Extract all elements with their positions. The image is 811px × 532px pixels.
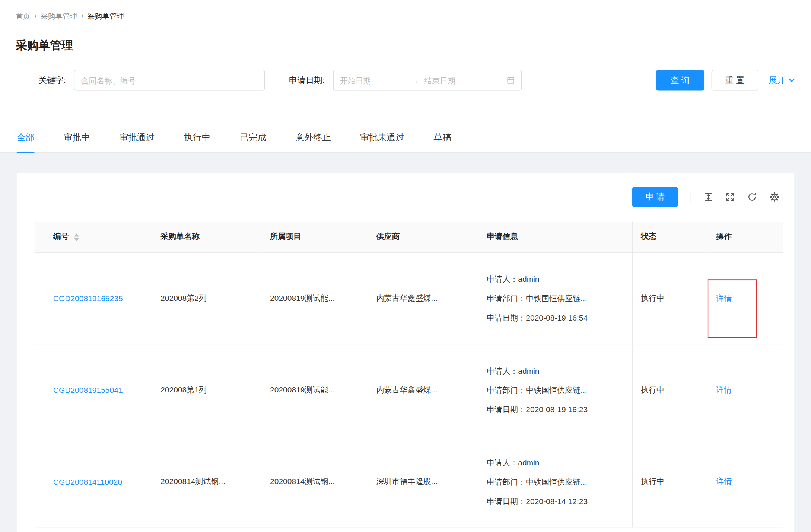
calendar-icon [506,76,515,84]
start-date-input[interactable] [340,76,406,85]
name-cell: 202008第1列 [152,344,262,436]
order-code-link[interactable]: CGD200819165235 [53,294,123,303]
department-line: 申请部门：中铁国恒供应链... [487,380,623,400]
table-toolbar: 申 请 [17,173,794,222]
project-name: 20200819测试能... [270,385,335,394]
apply-date-line: 申请日期：2020-08-19 16:54 [487,308,623,327]
keyword-label: 关键字: [39,75,66,86]
table-card: 申 请 [17,173,794,532]
status-text: 执行中 [641,477,664,486]
content-area: 申 请 [0,153,811,532]
column-header-label: 采购单名称 [160,232,200,241]
tab-rejected[interactable]: 审批未通过 [360,131,404,152]
reset-button[interactable]: 重 置 [712,70,758,91]
project-name: 20200819测试能... [270,293,335,302]
tab-completed[interactable]: 已完成 [240,131,266,152]
tab-approved[interactable]: 审批通过 [120,131,155,152]
table-row: CGD200819165235 202008第2列 20200819测试能...… [34,252,783,344]
code-cell: CGD200814110020 [34,436,152,528]
keyword-input[interactable] [74,70,265,91]
purchase-order-management-page: 首页 / 采购单管理 / 采购单管理 采购单管理 关键字: 申请日期: → [0,0,811,532]
order-name: 202008第1列 [160,385,207,394]
project-cell: 20200819测试能... [262,252,368,344]
column-header-label: 操作 [716,232,732,241]
apply-date-label: 申请日期: [289,75,325,86]
tab-draft[interactable]: 草稿 [434,131,452,152]
status-cell: 执行中 [632,252,708,344]
code-cell: CGD200819155041 [34,344,152,436]
column-header-label: 编号 [53,232,69,241]
status-tabs: 全部 审批中 审批通过 执行中 已完成 意外终止 审批未通过 草稿 [0,91,811,153]
settings-icon[interactable] [769,192,780,202]
supplier-cell: 内蒙古华鑫盛煤... [368,252,478,344]
applicant-line: 申请人：admin [487,453,623,472]
page-header: 首页 / 采购单管理 / 采购单管理 采购单管理 关键字: 申请日期: → [0,0,811,91]
expand-link-label: 展开 [769,75,786,86]
apply-info-cell: 申请人：admin 申请部门：中铁国恒供应链... 申请日期：2020-08-1… [478,344,632,436]
code-cell: CGD200819165235 [34,252,152,344]
supplier-name: 内蒙古华鑫盛煤... [376,385,438,394]
reload-icon[interactable] [747,192,757,202]
order-code-link[interactable]: CGD200819155041 [53,386,123,395]
order-name: 20200814测试钢... [160,477,225,486]
name-cell: 20200814测试钢... [152,436,262,528]
breadcrumb-home-link[interactable]: 首页 [16,12,30,21]
status-text: 执行中 [641,385,664,394]
name-cell: 202008第2列 [152,252,262,344]
column-header-apply-info: 申请信息 [478,222,632,252]
status-cell: 执行中 [632,344,708,436]
applicant-line: 申请人：admin [487,270,623,289]
fullscreen-icon[interactable] [725,192,735,202]
column-header-label: 状态 [641,232,656,241]
apply-button[interactable]: 申 请 [632,187,678,207]
project-cell: 20200814测试钢... [262,436,368,528]
order-name: 202008第2列 [160,293,207,302]
date-range-picker[interactable]: → [333,70,522,91]
detail-link[interactable]: 详情 [716,385,732,394]
page-title: 采购单管理 [16,38,795,53]
expand-link[interactable]: 展开 [769,75,795,86]
apply-info-cell: 申请人：admin 申请部门：中铁国恒供应链... 申请日期：2020-08-1… [478,252,632,344]
action-cell: 详情 [708,344,783,436]
breadcrumb: 首页 / 采购单管理 / 采购单管理 [16,12,795,22]
action-cell: 详情 [708,252,783,344]
column-header-code[interactable]: 编号 [34,222,152,252]
column-header-status: 状态 [632,222,708,252]
apply-date-line: 申请日期：2020-08-14 12:23 [487,491,623,511]
detail-link[interactable]: 详情 [716,294,732,303]
column-height-icon[interactable] [704,192,713,202]
chevron-down-icon [788,78,795,83]
project-cell: 20200819测试能... [262,344,368,436]
apply-date-line: 申请日期：2020-08-19 16:23 [487,400,623,419]
status-text: 执行中 [641,293,664,302]
filter-actions: 查 询 重 置 展开 [656,70,795,91]
supplier-cell: 内蒙古华鑫盛煤... [368,344,478,436]
supplier-name: 内蒙古华鑫盛煤... [376,293,438,302]
tab-executing[interactable]: 执行中 [184,131,210,152]
column-header-label: 申请信息 [487,232,518,241]
column-header-label: 供应商 [376,232,400,241]
column-header-action: 操作 [708,222,783,252]
annotation-rectangle [708,279,757,338]
column-header-name: 采购单名称 [152,222,262,252]
breadcrumb-separator: / [81,13,83,21]
apply-info-cell: 申请人：admin 申请部门：中铁国恒供应链... 申请日期：2020-08-1… [478,436,632,528]
department-line: 申请部门：中铁国恒供应链... [487,289,623,308]
action-cell: 详情 [708,436,783,528]
purchase-order-table: 编号 采购单名称 所属项目 供应商 申请信息 状态 操作 CGD20081916… [34,222,783,528]
end-date-input[interactable] [424,76,486,85]
applicant-line: 申请人：admin [487,361,623,380]
tab-terminated[interactable]: 意外终止 [296,131,331,152]
table-row: CGD200819155041 202008第1列 20200819测试能...… [34,344,783,436]
detail-link[interactable]: 详情 [716,477,732,486]
supplier-cell: 深圳市福丰隆股... [368,436,478,528]
order-code-link[interactable]: CGD200814110020 [53,477,122,486]
sort-carets-icon[interactable] [74,233,79,241]
status-cell: 执行中 [632,436,708,528]
tab-approving[interactable]: 审批中 [64,131,90,152]
search-button[interactable]: 查 询 [656,70,704,91]
supplier-name: 深圳市福丰隆股... [376,477,438,486]
breadcrumb-parent-link[interactable]: 采购单管理 [41,12,77,21]
table-row: CGD200814110020 20200814测试钢... 20200814测… [34,436,783,528]
tab-all[interactable]: 全部 [17,131,35,153]
